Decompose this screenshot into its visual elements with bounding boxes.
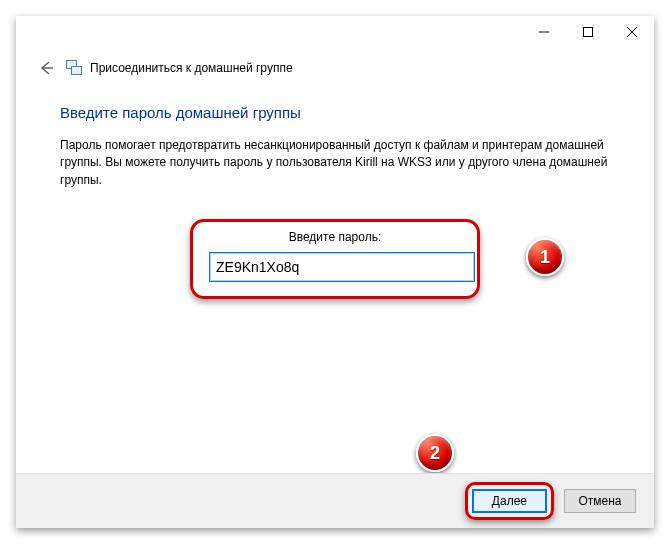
back-arrow-icon — [37, 59, 55, 77]
back-button[interactable] — [34, 56, 58, 80]
window-title: Присоединиться к домашней группе — [90, 61, 293, 75]
cancel-button[interactable]: Отмена — [564, 489, 636, 513]
next-button[interactable]: Далее — [472, 489, 547, 513]
annotation-callout-1: Введите пароль: — [190, 219, 480, 299]
wizard-window: Присоединиться к домашней группе Введите… — [16, 16, 654, 528]
annotation-badge-1: 1 — [526, 238, 564, 276]
maximize-button[interactable] — [566, 18, 610, 46]
homegroup-icon — [66, 60, 82, 76]
page-heading: Введите пароль домашней группы — [60, 104, 610, 121]
password-label: Введите пароль: — [209, 230, 461, 244]
password-section: Введите пароль: — [190, 219, 480, 299]
annotation-badge-2: 2 — [416, 434, 454, 472]
maximize-icon — [583, 27, 593, 37]
minimize-button[interactable] — [522, 18, 566, 46]
close-icon — [627, 27, 637, 37]
close-button[interactable] — [610, 18, 654, 46]
password-input[interactable] — [209, 252, 475, 282]
wizard-footer: Далее Отмена — [16, 473, 654, 528]
annotation-callout-2: Далее — [465, 482, 554, 520]
minimize-icon — [539, 27, 549, 37]
wizard-header: Присоединиться к домашней группе — [16, 48, 654, 80]
window-titlebar — [16, 16, 654, 48]
svg-rect-1 — [584, 28, 593, 37]
page-description: Пароль помогает предотвратить несанкцион… — [60, 137, 610, 189]
